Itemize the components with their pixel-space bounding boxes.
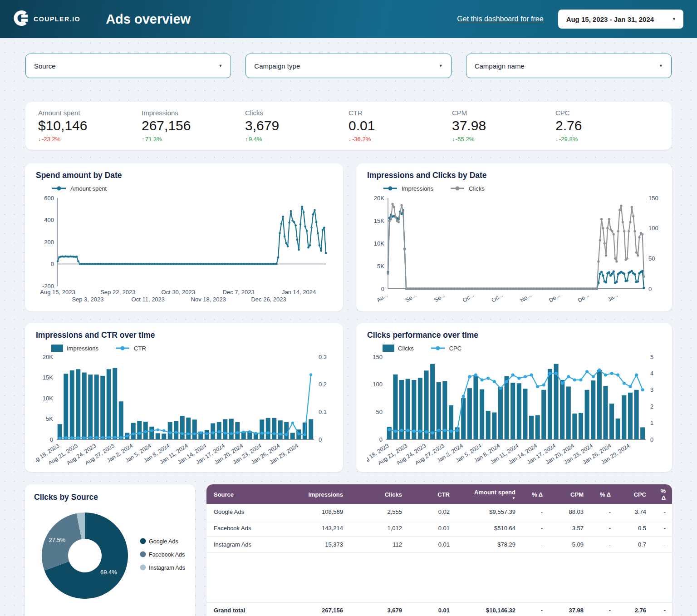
table-spacer (206, 553, 672, 602)
svg-text:Jan 14, 2024: Jan 14, 2024 (282, 289, 316, 296)
svg-text:Google Ads: Google Ads (149, 538, 178, 545)
kpi-cpm: CPM 37.98 ↓-55.2% (452, 109, 555, 143)
svg-text:100: 100 (373, 381, 383, 388)
svg-text:69.4%: 69.4% (100, 569, 117, 576)
column-header--[interactable]: % Δ (522, 484, 549, 504)
legend-item-cpc[interactable]: CPC (430, 345, 461, 352)
column-header-source[interactable]: Source (206, 484, 270, 504)
kpi-label: Impressions (142, 109, 245, 117)
svg-text:Nov 18, 2023: Nov 18, 2023 (191, 296, 226, 303)
column-header--[interactable]: % Δ (653, 484, 672, 504)
legend-item-amount-spent[interactable]: Amount spent (51, 185, 107, 192)
kpi-impressions: Impressions 267,156 ↑71.3% (142, 109, 245, 143)
impressions-clicks-line-chart[interactable]: 20K15K10K5K0150100500Au...Se...Se...Oc..… (367, 193, 661, 307)
svg-text:Oct 11, 2023: Oct 11, 2023 (132, 296, 165, 303)
chart-title: Clicks by Source (34, 493, 186, 502)
get-dashboard-link[interactable]: Get this dashboard for free (457, 15, 543, 23)
svg-text:0.2: 0.2 (319, 381, 327, 388)
column-header-impressions[interactable]: Impressions (270, 484, 349, 504)
svg-text:No...: No... (519, 292, 533, 304)
clicks-cpc-bar-chart[interactable]: 150100500543210Aug 18, 2023Aug 21, 2023A… (367, 353, 661, 468)
kpi-label: CTR (348, 109, 452, 117)
svg-text:600: 600 (44, 195, 54, 202)
coupler-logo[interactable]: COUPLER.IO (14, 10, 80, 28)
bar-series-icon (51, 345, 63, 352)
table-row-google-ads: Google Ads108,5692,5550.02$9,557.39-88.0… (206, 504, 672, 520)
svg-text:10K: 10K (43, 395, 53, 402)
filter-bar: Source ▼ Campaign type ▼ Campaign name ▼ (0, 38, 697, 78)
legend-item-clicks[interactable]: Clicks (383, 345, 414, 352)
svg-text:0: 0 (381, 286, 384, 292)
chart-title: Spend amount by Date (36, 171, 332, 180)
spend-by-date-card: Spend amount by Date Amount spent 600400… (25, 163, 343, 311)
impressions-clicks-card: Impressions and Clicks by Date Impressio… (356, 163, 672, 311)
chart-legend: ImpressionsCTR (51, 344, 332, 352)
filter-label: Source (34, 62, 56, 70)
legend-item-impressions[interactable]: Impressions (51, 345, 98, 352)
kpi-delta: ↓-23.2% (38, 136, 142, 143)
kpi-value: 3,679 (245, 118, 348, 133)
filter-source[interactable]: Source ▼ (25, 54, 231, 78)
trend-arrow-icon: ↑ (245, 136, 248, 143)
filter-campaign-name[interactable]: Campaign name ▼ (466, 54, 672, 78)
kpi-label: CPM (452, 109, 555, 117)
impressions-ctr-bar-chart[interactable]: 20K15K10K5K00.30.20.10Aug 18, 2023Aug 21… (36, 353, 332, 468)
legend-item-clicks[interactable]: Clicks (450, 185, 485, 192)
svg-text:Se...: Se... (404, 292, 417, 304)
svg-text:3: 3 (650, 386, 653, 393)
svg-text:Oc...: Oc... (490, 292, 504, 304)
svg-text:400: 400 (44, 217, 54, 223)
kpi-scorecard: Amount spent $10,146 ↓-23.2% Impressions… (25, 102, 672, 150)
chart-title: Impressions and CTR over time (36, 330, 332, 340)
chevron-down-icon: ▼ (439, 64, 443, 68)
column-header-amount-spend[interactable]: Amount spend▼ (456, 484, 522, 504)
filter-label: Campaign type (254, 62, 300, 70)
kpi-amount-spent: Amount spent $10,146 ↓-23.2% (38, 109, 142, 143)
logo-text: COUPLER.IO (34, 15, 80, 23)
svg-text:0: 0 (319, 436, 322, 443)
svg-text:0: 0 (51, 261, 54, 267)
table-row-instagram-ads: Instagram Ads15,3731120.01$78.29-5.09-0.… (206, 537, 672, 553)
trend-arrow-icon: ↓ (348, 136, 351, 143)
date-range-value: Aug 15, 2023 - Jan 31, 2024 (566, 15, 654, 23)
column-header--[interactable]: % Δ (590, 484, 617, 504)
kpi-label: CPC (555, 109, 659, 117)
date-range-picker[interactable]: Aug 15, 2023 - Jan 31, 2024 ▼ (558, 10, 683, 29)
svg-text:Sep 22, 2023: Sep 22, 2023 (100, 289, 135, 296)
svg-text:Ja...: Ja... (606, 292, 618, 303)
svg-text:20K: 20K (43, 354, 53, 360)
chart-legend: ClicksCPC (383, 344, 661, 352)
svg-text:5K: 5K (46, 415, 53, 422)
chevron-down-icon: ▼ (659, 64, 663, 68)
chevron-down-icon: ▼ (672, 17, 676, 21)
kpi-label: Amount spent (38, 109, 142, 117)
svg-text:15K: 15K (43, 374, 53, 381)
filter-label: Campaign name (475, 62, 525, 70)
svg-text:15K: 15K (374, 217, 384, 224)
legend-item-impressions[interactable]: Impressions (383, 185, 433, 192)
filter-campaign-type[interactable]: Campaign type ▼ (245, 54, 451, 78)
svg-text:0: 0 (648, 286, 652, 292)
svg-text:Se...: Se... (433, 292, 446, 304)
svg-text:150: 150 (373, 354, 383, 360)
svg-text:De...: De... (577, 292, 590, 304)
page-title: Ads overview (106, 12, 191, 27)
kpi-value: 37.98 (452, 118, 555, 133)
chart-title: Impressions and Clicks by Date (367, 171, 661, 180)
app-header: COUPLER.IO Ads overview Get this dashboa… (0, 0, 697, 38)
legend-item-ctr[interactable]: CTR (115, 345, 146, 352)
kpi-delta: ↑71.3% (142, 136, 245, 143)
column-header-cpm[interactable]: CPM (549, 484, 590, 504)
column-header-ctr[interactable]: CTR (408, 484, 456, 504)
svg-text:0: 0 (50, 436, 53, 443)
clicks-by-source-donut-chart[interactable]: 69.4%27.5%Google AdsFacebook AdsInstagra… (34, 502, 186, 609)
svg-text:Facebook Ads: Facebook Ads (149, 552, 185, 558)
spend-line-chart[interactable]: 6004002000-200Aug 15, 2023Sep 3, 2023Sep… (36, 193, 332, 307)
grand-total-row: Grand total267,1563,6790.01$10,146.32-37… (206, 602, 672, 616)
chevron-down-icon: ▼ (218, 64, 222, 68)
line-series-icon (115, 345, 130, 351)
kpi-delta: ↓-36.2% (348, 136, 452, 143)
column-header-cpc[interactable]: CPC (617, 484, 653, 504)
column-header-clicks[interactable]: Clicks (349, 484, 408, 504)
chart-legend: ImpressionsClicks (383, 184, 661, 192)
